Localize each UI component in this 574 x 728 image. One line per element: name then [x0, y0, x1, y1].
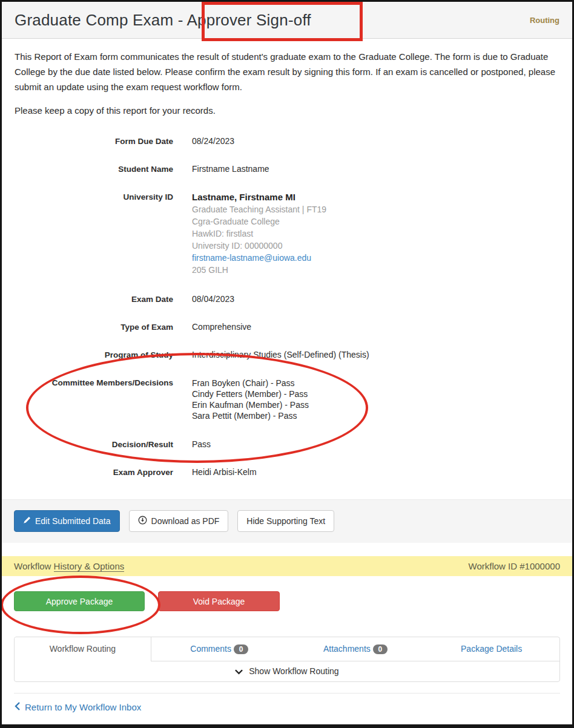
- form-row-committee: Committee Members/Decisions Fran Boyken …: [2, 378, 572, 421]
- field-label: Program of Study: [2, 350, 173, 359]
- field-value: Firstname Lastname: [192, 164, 269, 174]
- committee-decision-list: Fran Boyken (Chair) - Pass Cindy Fetters…: [192, 378, 309, 421]
- tab-attachments[interactable]: Attachments0: [288, 637, 424, 661]
- tab-comments[interactable]: Comments0: [151, 637, 288, 661]
- person-hawkid: HawkID: firstlast: [192, 228, 326, 240]
- tab-workflow-routing[interactable]: Workflow Routing: [15, 637, 151, 661]
- person-university-id: University ID: 00000000: [192, 240, 326, 252]
- form-row-decision: Decision/Result Pass: [2, 439, 572, 449]
- download-circle-icon: [138, 516, 147, 526]
- field-value: Interdisciplinary Studies (Self-Defined)…: [192, 350, 369, 359]
- person-email-link[interactable]: firstname-lastname@uiowa.edu: [192, 252, 326, 264]
- page-header: Graduate Comp Exam - Approver Sign-off R…: [2, 2, 572, 39]
- download-pdf-button[interactable]: Download as PDF: [129, 510, 229, 532]
- return-to-inbox-label: Return to My Workflow Inbox: [25, 702, 141, 712]
- workflow-history-bar: Workflow History & Options Workflow ID #…: [2, 556, 572, 576]
- tab-package-details-label: Package Details: [461, 644, 522, 654]
- form-row-program-of-study: Program of Study Interdisciplinary Studi…: [2, 350, 572, 359]
- field-value: 08/04/2023: [192, 294, 234, 304]
- page-title: Graduate Comp Exam - Approver Sign-off: [15, 11, 311, 30]
- field-label: Decision/Result: [2, 439, 173, 449]
- download-pdf-label: Download as PDF: [151, 516, 220, 526]
- intro-paragraph-1: This Report of Exam form communicates th…: [15, 49, 559, 94]
- field-label: Form Due Date: [2, 136, 173, 146]
- routing-link[interactable]: Routing: [530, 16, 559, 25]
- tab-attachments-label: Attachments: [323, 644, 371, 654]
- pencil-icon: [23, 516, 31, 526]
- package-actions: Approve Package Void Package: [2, 591, 572, 611]
- committee-member: Sara Pettit (Member) - Pass: [192, 410, 309, 421]
- workflow-tabs-panel: Workflow Routing Comments0 Attachments0 …: [14, 637, 560, 682]
- chevron-left-icon: [15, 702, 20, 712]
- field-label: Exam Approver: [2, 467, 173, 477]
- field-label: Type of Exam: [2, 322, 173, 332]
- approve-package-button[interactable]: Approve Package: [14, 591, 145, 611]
- tab-bar: Workflow Routing Comments0 Attachments0 …: [15, 637, 559, 661]
- exam-report-form: Form Due Date 08/24/2023 Student Name Fi…: [2, 136, 572, 477]
- workflow-history-title: Workflow History & Options: [14, 561, 124, 571]
- return-to-inbox-link[interactable]: Return to My Workflow Inbox: [15, 702, 141, 712]
- form-row-due-date: Form Due Date 08/24/2023: [2, 136, 572, 146]
- hide-supporting-text-button[interactable]: Hide Supporting Text: [237, 510, 334, 532]
- workflow-history-title-prefix: Workflow: [14, 561, 54, 571]
- person-department: Cgra-Graduate College: [192, 215, 326, 228]
- footer-divider: [14, 693, 560, 694]
- workflow-history-title-underlined: History & Options: [54, 561, 125, 572]
- person-job-title: Graduate Teaching Assistant | FT19: [192, 203, 326, 215]
- field-value: 08/24/2023: [192, 136, 234, 146]
- committee-member: Cindy Fetters (Member) - Pass: [192, 389, 309, 399]
- intro-paragraph-2: Please keep a copy of this report for yo…: [15, 103, 559, 118]
- person-office: 205 GILH: [192, 264, 326, 276]
- attachments-count-badge: 0: [373, 644, 388, 654]
- form-row-exam-approver: Exam Approver Heidi Arbisi-Kelm: [2, 467, 572, 477]
- workflow-id: Workflow ID #1000000: [469, 561, 560, 571]
- form-row-exam-date: Exam Date 08/04/2023: [2, 294, 572, 304]
- void-package-button[interactable]: Void Package: [158, 591, 280, 611]
- committee-member: Fran Boyken (Chair) - Pass: [192, 378, 309, 389]
- workflow-page: Graduate Comp Exam - Approver Sign-off R…: [0, 0, 574, 728]
- field-value: Heidi Arbisi-Kelm: [192, 467, 257, 477]
- field-label: Exam Date: [2, 294, 173, 304]
- form-row-student-name: Student Name Firstname Lastname: [2, 164, 572, 174]
- form-action-bar: Edit Submitted Data Download as PDF Hide…: [2, 499, 572, 543]
- field-label: Committee Members/Decisions: [2, 378, 173, 387]
- tab-workflow-routing-label: Workflow Routing: [50, 644, 116, 654]
- person-card: Lastname, Firstname MI Graduate Teaching…: [192, 192, 326, 276]
- edit-submitted-data-button[interactable]: Edit Submitted Data: [14, 510, 120, 532]
- comments-count-badge: 0: [234, 644, 248, 654]
- hide-supporting-text-label: Hide Supporting Text: [246, 516, 325, 526]
- show-workflow-routing-toggle[interactable]: Show Workflow Routing: [15, 661, 559, 681]
- tab-package-details[interactable]: Package Details: [423, 637, 559, 661]
- committee-member: Erin Kaufman (Member) - Pass: [192, 399, 309, 410]
- form-row-university-id: University ID Lastname, Firstname MI Gra…: [2, 192, 572, 276]
- field-label: Student Name: [2, 164, 173, 174]
- person-name: Lastname, Firstname MI: [192, 192, 326, 202]
- field-value: Comprehensive: [192, 322, 251, 332]
- show-workflow-routing-label: Show Workflow Routing: [249, 666, 338, 676]
- form-row-type-of-exam: Type of Exam Comprehensive: [2, 322, 572, 332]
- field-label: University ID: [2, 192, 173, 202]
- field-value: Pass: [192, 439, 211, 449]
- edit-submitted-data-label: Edit Submitted Data: [35, 516, 111, 526]
- supporting-text: This Report of Exam form communicates th…: [2, 39, 572, 118]
- tab-comments-label: Comments: [190, 644, 231, 654]
- chevron-down-icon: [235, 667, 245, 677]
